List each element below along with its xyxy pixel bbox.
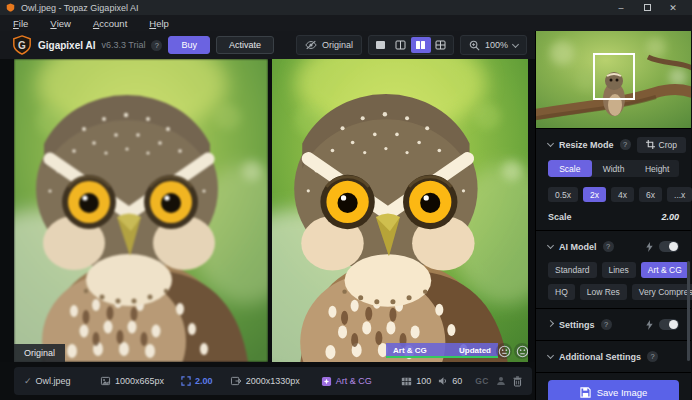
close-button[interactable]: ✕ xyxy=(660,0,686,15)
scale-options: 0.5x 2x 4x 6x ...x xyxy=(548,187,679,202)
ai-model-auto-toggle[interactable] xyxy=(659,241,679,252)
zoom-control[interactable]: 100% xyxy=(460,35,527,55)
sidebar-scrollbar[interactable] xyxy=(687,261,690,361)
settings-help-icon[interactable]: ? xyxy=(601,319,612,330)
save-image-button[interactable]: Save Image xyxy=(548,380,679,400)
side-by-side-view-icon[interactable] xyxy=(411,37,431,53)
toggle-knob xyxy=(669,320,678,329)
lightning-icon xyxy=(646,242,653,252)
input-size-item: 1000x665px xyxy=(100,376,164,386)
menu-file[interactable]: File xyxy=(2,15,39,31)
deblur-item: 60 xyxy=(438,376,462,386)
svg-text:G: G xyxy=(18,40,26,51)
feedback-happy-icon[interactable] xyxy=(496,343,512,359)
scale-expand-icon xyxy=(181,376,191,386)
model-item: Art & CG xyxy=(321,376,372,387)
title-bar: Owl.jpeg - Topaz Gigapixel AI – ✕ xyxy=(0,0,692,15)
scale-option-05x[interactable]: 0.5x xyxy=(548,187,578,202)
viewport-rectangle[interactable] xyxy=(593,53,635,100)
feedback-buttons xyxy=(496,343,528,359)
version-label: v6.3.3 Trial xyxy=(101,40,145,50)
scale-option-4x[interactable]: 4x xyxy=(611,187,634,202)
navigator-thumbnail[interactable] xyxy=(536,31,691,128)
feedback-sad-icon[interactable] xyxy=(514,343,528,359)
activate-button[interactable]: Activate xyxy=(216,36,274,54)
chevron-down-icon xyxy=(512,40,519,47)
ai-model-icon xyxy=(321,376,332,387)
model-standard[interactable]: Standard xyxy=(548,262,597,278)
minimize-button[interactable]: – xyxy=(608,0,634,15)
crop-label: Crop xyxy=(659,140,677,150)
settings-lightning-icon xyxy=(646,320,653,330)
scale-option-6x[interactable]: 6x xyxy=(639,187,662,202)
crop-icon xyxy=(646,140,655,149)
model-status-overlay: Art & CG Updated xyxy=(386,343,498,358)
resize-tabs: Scale Width Height xyxy=(548,160,679,177)
settings-expand-chevron-icon[interactable] xyxy=(547,320,554,327)
model-hq[interactable]: HQ xyxy=(548,284,575,300)
menu-account[interactable]: Account xyxy=(82,15,138,31)
split-view-icon[interactable] xyxy=(391,37,411,53)
model-art-cg[interactable]: Art & CG xyxy=(641,262,689,278)
ai-model-help-icon[interactable]: ? xyxy=(603,241,614,252)
scale-option-custom[interactable]: ...x xyxy=(667,187,692,202)
additional-settings-section: Additional Settings ? xyxy=(536,340,691,372)
status-row: ✓ Owl.jpeg 1000x665px 2.00 2000x1330px xyxy=(0,362,535,400)
additional-settings-help-icon[interactable]: ? xyxy=(647,351,658,362)
single-view-icon[interactable] xyxy=(371,37,391,53)
image-canvas: Original Art & CG Updated xyxy=(0,59,535,362)
quad-view-icon[interactable] xyxy=(431,37,451,53)
model-lines[interactable]: Lines xyxy=(602,262,636,278)
buy-button[interactable]: Buy xyxy=(168,36,210,54)
crop-button[interactable]: Crop xyxy=(637,137,686,153)
eye-off-icon xyxy=(305,40,317,50)
zoom-level-label: 100% xyxy=(485,40,508,50)
app-name: Gigapixel AI xyxy=(38,40,95,51)
preview-image-panel[interactable]: Art & CG Updated xyxy=(272,59,528,362)
resize-mode-title: Resize Mode xyxy=(559,140,614,150)
scale-value[interactable]: 2.00 xyxy=(661,212,679,222)
menu-view[interactable]: View xyxy=(39,15,82,31)
settings-sidebar: Resize Mode ? Crop Scale Width Height 0.… xyxy=(536,31,691,400)
model-row-1: Standard Lines Art & CG xyxy=(548,262,679,278)
settings-title: Settings xyxy=(559,320,595,330)
app-window: Owl.jpeg - Topaz Gigapixel AI – ✕ File V… xyxy=(0,0,692,400)
resize-collapse-chevron-icon[interactable] xyxy=(547,140,554,147)
trash-icon xyxy=(513,376,522,387)
resize-help-icon[interactable]: ? xyxy=(620,139,631,150)
deblur-speaker-icon xyxy=(438,376,448,386)
remove-image-button[interactable] xyxy=(513,376,522,387)
maximize-icon xyxy=(644,4,651,11)
additional-settings-chevron-icon[interactable] xyxy=(547,352,554,359)
scale-item: 2.00 xyxy=(181,376,213,386)
maximize-button[interactable] xyxy=(634,0,660,15)
original-tag: Original xyxy=(14,344,65,362)
tab-height[interactable]: Height xyxy=(635,160,679,177)
show-original-button[interactable]: Original xyxy=(296,35,362,55)
window-title: Owl.jpeg - Topaz Gigapixel AI xyxy=(21,3,608,13)
menu-help[interactable]: Help xyxy=(138,15,180,31)
file-entry[interactable]: ✓ Owl.jpeg xyxy=(24,376,71,386)
zoom-magnifier-icon xyxy=(469,40,480,51)
tab-scale[interactable]: Scale xyxy=(548,160,592,177)
original-image-panel[interactable]: Original xyxy=(14,59,268,362)
gc-label: GC xyxy=(475,376,489,386)
save-image-label: Save Image xyxy=(597,387,648,398)
status-bar: ✓ Owl.jpeg 1000x665px 2.00 2000x1330px xyxy=(14,367,532,395)
toolbar: G Gigapixel AI v6.3.3 Trial ? Buy Activa… xyxy=(0,31,535,59)
person-icon xyxy=(496,376,506,386)
ai-model-title: AI Model xyxy=(559,242,597,252)
input-size-label: 1000x665px xyxy=(115,376,164,386)
show-original-label: Original xyxy=(322,40,353,50)
model-low-res[interactable]: Low Res xyxy=(580,284,627,300)
trial-help-icon[interactable]: ? xyxy=(151,40,162,51)
scale-option-2x[interactable]: 2x xyxy=(583,187,606,202)
overlay-model-label: Art & CG xyxy=(393,346,427,355)
ai-model-collapse-chevron-icon[interactable] xyxy=(547,242,554,249)
settings-auto-toggle[interactable] xyxy=(659,319,679,330)
gc-toggle[interactable]: GC xyxy=(475,376,489,386)
face-recovery-toggle[interactable] xyxy=(496,376,506,386)
tab-width[interactable]: Width xyxy=(592,160,636,177)
ai-model-section: AI Model ? Standard Lines Art & CG HQ Lo… xyxy=(536,230,691,308)
model-very-compressed[interactable]: Very Compressed xyxy=(632,284,692,300)
